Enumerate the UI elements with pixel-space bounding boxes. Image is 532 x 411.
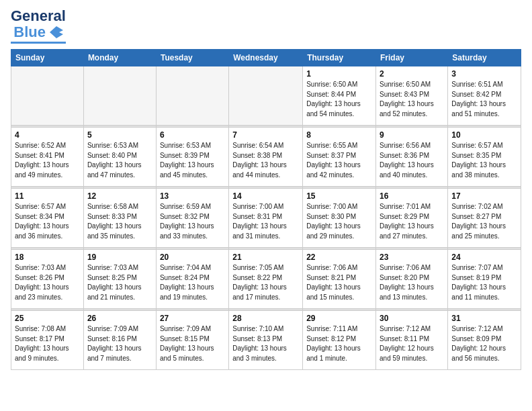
header: General Blue: [11, 8, 521, 44]
day-info: Sunrise: 7:07 AM Sunset: 8:19 PM Dayligh…: [451, 263, 517, 302]
day-number: 24: [451, 253, 517, 262]
day-info: Sunrise: 7:12 AM Sunset: 8:09 PM Dayligh…: [451, 324, 517, 363]
day-info: Sunrise: 7:11 AM Sunset: 8:12 PM Dayligh…: [306, 324, 372, 363]
table-row: [11, 66, 84, 126]
day-info: Sunrise: 6:53 AM Sunset: 8:39 PM Dayligh…: [160, 141, 225, 180]
calendar-header-row: Sunday Monday Tuesday Wednesday Thursday…: [11, 50, 521, 66]
day-info: Sunrise: 6:50 AM Sunset: 8:44 PM Dayligh…: [306, 80, 372, 119]
day-number: 30: [380, 314, 444, 323]
table-row: [156, 66, 228, 126]
day-info: Sunrise: 7:00 AM Sunset: 8:31 PM Dayligh…: [232, 202, 299, 241]
day-number: 15: [306, 191, 372, 201]
day-number: 25: [15, 314, 80, 323]
table-row: 16Sunrise: 7:01 AM Sunset: 8:29 PM Dayli…: [376, 189, 448, 248]
day-info: Sunrise: 7:01 AM Sunset: 8:29 PM Dayligh…: [380, 202, 444, 241]
table-row: 15Sunrise: 7:00 AM Sunset: 8:30 PM Dayli…: [303, 189, 376, 248]
table-row: 28Sunrise: 7:10 AM Sunset: 8:13 PM Dayli…: [229, 311, 303, 370]
logo-blue-text: Blue: [13, 24, 46, 40]
day-number: 17: [451, 191, 517, 201]
day-info: Sunrise: 7:02 AM Sunset: 8:27 PM Dayligh…: [451, 202, 517, 241]
day-number: 4: [15, 130, 80, 140]
table-row: [229, 66, 303, 126]
table-row: 26Sunrise: 7:09 AM Sunset: 8:16 PM Dayli…: [83, 311, 156, 370]
table-row: 30Sunrise: 7:12 AM Sunset: 8:11 PM Dayli…: [376, 311, 448, 370]
page: General Blue Sunday Monday: [0, 0, 532, 375]
day-info: Sunrise: 6:57 AM Sunset: 8:34 PM Dayligh…: [15, 202, 80, 241]
calendar-table: Sunday Monday Tuesday Wednesday Thursday…: [11, 49, 521, 370]
day-number: 28: [232, 314, 299, 323]
day-info: Sunrise: 7:00 AM Sunset: 8:30 PM Dayligh…: [306, 202, 372, 241]
day-info: Sunrise: 6:53 AM Sunset: 8:40 PM Dayligh…: [87, 141, 152, 180]
table-row: 1Sunrise: 6:50 AM Sunset: 8:44 PM Daylig…: [303, 66, 376, 126]
table-row: 17Sunrise: 7:02 AM Sunset: 8:27 PM Dayli…: [448, 189, 521, 248]
table-row: 13Sunrise: 6:59 AM Sunset: 8:32 PM Dayli…: [156, 189, 228, 248]
calendar-week-row: 18Sunrise: 7:03 AM Sunset: 8:26 PM Dayli…: [11, 250, 521, 309]
svg-marker-0: [50, 26, 63, 38]
day-number: 16: [380, 191, 444, 201]
table-row: 12Sunrise: 6:58 AM Sunset: 8:33 PM Dayli…: [83, 189, 156, 248]
logo: General Blue: [11, 8, 66, 44]
day-info: Sunrise: 7:06 AM Sunset: 8:20 PM Dayligh…: [380, 263, 444, 302]
day-number: 11: [15, 191, 80, 201]
day-number: 10: [451, 130, 517, 140]
table-row: 18Sunrise: 7:03 AM Sunset: 8:26 PM Dayli…: [11, 250, 84, 309]
table-row: 24Sunrise: 7:07 AM Sunset: 8:19 PM Dayli…: [448, 250, 521, 309]
day-number: 13: [160, 191, 225, 201]
day-info: Sunrise: 6:58 AM Sunset: 8:33 PM Dayligh…: [87, 202, 152, 241]
day-number: 2: [380, 69, 444, 79]
table-row: 4Sunrise: 6:52 AM Sunset: 8:41 PM Daylig…: [11, 128, 84, 187]
day-number: 29: [306, 314, 372, 323]
day-number: 18: [15, 253, 80, 262]
day-number: 20: [160, 253, 225, 262]
day-info: Sunrise: 7:12 AM Sunset: 8:11 PM Dayligh…: [380, 324, 444, 363]
day-number: 23: [380, 253, 444, 262]
col-monday: Monday: [83, 50, 156, 66]
table-row: 2Sunrise: 6:50 AM Sunset: 8:43 PM Daylig…: [376, 66, 448, 126]
day-number: 14: [232, 191, 299, 201]
day-info: Sunrise: 7:09 AM Sunset: 8:15 PM Dayligh…: [160, 324, 225, 363]
col-sunday: Sunday: [11, 50, 84, 66]
table-row: 27Sunrise: 7:09 AM Sunset: 8:15 PM Dayli…: [156, 311, 228, 370]
col-wednesday: Wednesday: [229, 50, 303, 66]
day-info: Sunrise: 6:59 AM Sunset: 8:32 PM Dayligh…: [160, 202, 225, 241]
day-info: Sunrise: 6:52 AM Sunset: 8:41 PM Dayligh…: [15, 141, 80, 180]
col-saturday: Saturday: [448, 50, 521, 66]
table-row: 7Sunrise: 6:54 AM Sunset: 8:38 PM Daylig…: [229, 128, 303, 187]
table-row: [83, 66, 156, 126]
day-number: 9: [380, 130, 444, 140]
day-number: 3: [451, 69, 517, 79]
day-number: 27: [160, 314, 225, 323]
day-number: 8: [306, 130, 372, 140]
calendar-week-row: 25Sunrise: 7:08 AM Sunset: 8:17 PM Dayli…: [11, 311, 521, 370]
table-row: 8Sunrise: 6:55 AM Sunset: 8:37 PM Daylig…: [303, 128, 376, 187]
day-info: Sunrise: 7:03 AM Sunset: 8:25 PM Dayligh…: [87, 263, 152, 302]
day-info: Sunrise: 7:03 AM Sunset: 8:26 PM Dayligh…: [15, 263, 80, 302]
table-row: 9Sunrise: 6:56 AM Sunset: 8:36 PM Daylig…: [376, 128, 448, 187]
table-row: 23Sunrise: 7:06 AM Sunset: 8:20 PM Dayli…: [376, 250, 448, 309]
day-info: Sunrise: 7:05 AM Sunset: 8:22 PM Dayligh…: [232, 263, 299, 302]
day-info: Sunrise: 7:06 AM Sunset: 8:21 PM Dayligh…: [306, 263, 372, 302]
day-number: 1: [306, 69, 372, 79]
calendar-week-row: 1Sunrise: 6:50 AM Sunset: 8:44 PM Daylig…: [11, 66, 521, 126]
day-info: Sunrise: 7:04 AM Sunset: 8:24 PM Dayligh…: [160, 263, 225, 302]
table-row: 5Sunrise: 6:53 AM Sunset: 8:40 PM Daylig…: [83, 128, 156, 187]
day-number: 21: [232, 253, 299, 262]
table-row: 11Sunrise: 6:57 AM Sunset: 8:34 PM Dayli…: [11, 189, 84, 248]
table-row: 29Sunrise: 7:11 AM Sunset: 8:12 PM Dayli…: [303, 311, 376, 370]
day-number: 6: [160, 130, 225, 140]
day-number: 5: [87, 130, 152, 140]
table-row: 31Sunrise: 7:12 AM Sunset: 8:09 PM Dayli…: [448, 311, 521, 370]
col-tuesday: Tuesday: [156, 50, 228, 66]
calendar-week-row: 4Sunrise: 6:52 AM Sunset: 8:41 PM Daylig…: [11, 128, 521, 187]
day-number: 19: [87, 253, 152, 262]
table-row: 14Sunrise: 7:00 AM Sunset: 8:31 PM Dayli…: [229, 189, 303, 248]
table-row: 22Sunrise: 7:06 AM Sunset: 8:21 PM Dayli…: [303, 250, 376, 309]
day-info: Sunrise: 6:55 AM Sunset: 8:37 PM Dayligh…: [306, 141, 372, 180]
day-number: 12: [87, 191, 152, 201]
day-info: Sunrise: 7:08 AM Sunset: 8:17 PM Dayligh…: [15, 324, 80, 363]
col-friday: Friday: [376, 50, 448, 66]
table-row: 25Sunrise: 7:08 AM Sunset: 8:17 PM Dayli…: [11, 311, 84, 370]
calendar-week-row: 11Sunrise: 6:57 AM Sunset: 8:34 PM Dayli…: [11, 189, 521, 248]
day-info: Sunrise: 6:54 AM Sunset: 8:38 PM Dayligh…: [232, 141, 299, 180]
table-row: 3Sunrise: 6:51 AM Sunset: 8:42 PM Daylig…: [448, 66, 521, 126]
